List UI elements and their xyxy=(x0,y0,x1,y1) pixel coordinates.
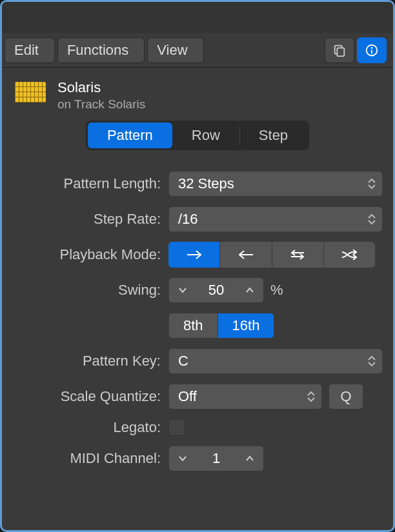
tab-step[interactable]: Step xyxy=(239,123,307,148)
info-button[interactable] xyxy=(357,37,387,63)
legato-checkbox[interactable] xyxy=(168,419,185,436)
edit-menu-label: Edit xyxy=(14,42,39,59)
arrow-left-icon xyxy=(237,250,255,260)
info-icon xyxy=(365,43,379,57)
svg-rect-4 xyxy=(371,50,372,54)
shuffle-icon xyxy=(340,250,358,260)
step-rate-value: /16 xyxy=(178,211,198,228)
updown-icon xyxy=(368,349,376,373)
chevron-up-icon xyxy=(245,455,254,462)
tab-row[interactable]: Row xyxy=(172,123,239,148)
swing-unit: % xyxy=(270,282,283,299)
pattern-length-label: Pattern Length: xyxy=(12,175,161,192)
step-rate-label: Step Rate: xyxy=(12,211,161,228)
toolbar: Edit Functions View xyxy=(2,33,393,68)
midi-channel-stepper[interactable]: 1 xyxy=(168,446,264,471)
midi-channel-value: 1 xyxy=(196,450,236,467)
updown-icon xyxy=(307,384,315,409)
region-header: Solaris on Track Solaris xyxy=(2,68,393,112)
playback-random-button[interactable] xyxy=(323,242,375,268)
pattern-length-dropdown[interactable]: 32 Steps xyxy=(168,171,383,197)
inspector-window: Edit Functions View xyxy=(0,0,395,532)
svg-rect-1 xyxy=(337,48,344,56)
playback-reverse-button[interactable] xyxy=(219,242,271,268)
swing-16th-button[interactable]: 16th xyxy=(218,313,274,338)
updown-icon xyxy=(368,172,376,196)
midi-channel-decrement[interactable] xyxy=(169,446,196,471)
view-menu-label: View xyxy=(157,42,187,59)
playback-pingpong-button[interactable] xyxy=(272,242,323,268)
arrows-swap-icon xyxy=(289,250,307,260)
pattern-key-value: C xyxy=(178,353,188,369)
copy-icon xyxy=(332,43,347,57)
pattern-key-label: Pattern Key: xyxy=(12,353,161,369)
swing-stepper[interactable]: 50 xyxy=(168,277,264,303)
scale-quantize-value: Off xyxy=(178,388,197,405)
legato-label: Legato: xyxy=(12,419,161,436)
svg-point-3 xyxy=(371,47,373,49)
pattern-key-dropdown[interactable]: C xyxy=(168,348,383,374)
step-rate-dropdown[interactable]: /16 xyxy=(168,206,383,232)
functions-menu[interactable]: Functions xyxy=(57,37,145,63)
midi-channel-increment[interactable] xyxy=(236,446,263,471)
functions-menu-label: Functions xyxy=(67,42,128,59)
chevron-down-icon xyxy=(178,287,187,293)
swing-value: 50 xyxy=(196,282,236,299)
swing-8th-button[interactable]: 8th xyxy=(169,313,218,338)
updown-icon xyxy=(368,207,376,232)
pattern-length-value: 32 Steps xyxy=(178,175,234,192)
tab-pattern[interactable]: Pattern xyxy=(88,123,172,148)
chevron-down-icon xyxy=(178,455,187,462)
pattern-form: Pattern Length: 32 Steps Step Rate: /16 xyxy=(2,164,393,471)
quantize-button[interactable]: Q xyxy=(329,384,363,409)
swing-label: Swing: xyxy=(12,282,161,299)
arrow-right-icon xyxy=(185,250,203,260)
window-titlebar xyxy=(2,2,393,33)
swing-decrement[interactable] xyxy=(169,278,196,302)
scale-quantize-dropdown[interactable]: Off xyxy=(168,384,322,409)
swing-increment[interactable] xyxy=(236,278,263,302)
midi-channel-label: MIDI Channel: xyxy=(12,450,161,467)
region-subtitle: on Track Solaris xyxy=(57,97,145,112)
playback-mode-segment xyxy=(168,242,375,268)
section-tabs: Pattern Row Step xyxy=(86,121,309,150)
copy-button[interactable] xyxy=(325,37,354,63)
swing-mode-segment: 8th 16th xyxy=(168,313,274,339)
region-icon xyxy=(15,82,46,103)
region-title: Solaris xyxy=(57,79,145,96)
edit-menu[interactable]: Edit xyxy=(5,37,55,63)
chevron-up-icon xyxy=(245,287,254,293)
view-menu[interactable]: View xyxy=(147,37,203,63)
scale-quantize-label: Scale Quantize: xyxy=(12,388,161,405)
playback-mode-label: Playback Mode: xyxy=(12,246,161,263)
playback-forward-button[interactable] xyxy=(168,242,219,268)
